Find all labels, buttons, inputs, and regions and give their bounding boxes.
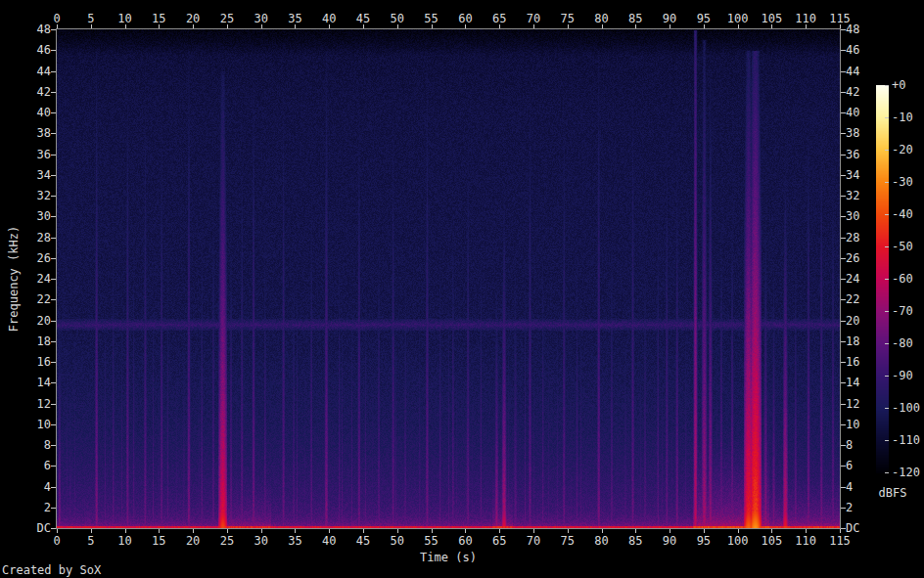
- y-tick-mark-right: [841, 196, 846, 197]
- x-tick-mark-bottom: [465, 529, 466, 533]
- x-tick-mark-top: [193, 24, 194, 28]
- y-tick-label-left: 34: [0, 168, 51, 182]
- y-tick-label-left: 30: [0, 209, 51, 223]
- x-tick-mark-bottom: [125, 529, 126, 533]
- y-tick-label-right: 40: [846, 106, 859, 119]
- y-tick-label-left: 40: [0, 106, 51, 119]
- x-tick-mark-top: [329, 24, 330, 28]
- y-tick-label-right: 48: [846, 22, 859, 36]
- y-tick-label-left: 48: [0, 22, 51, 36]
- y-tick-label-right: 16: [846, 355, 859, 369]
- x-tick-mark-bottom: [193, 529, 194, 533]
- y-tick-label-left: 16: [0, 355, 51, 369]
- spectrogram-canvas: [57, 29, 840, 528]
- y-tick-mark-right: [841, 29, 846, 30]
- y-tick-label-left: 38: [0, 126, 51, 140]
- x-tick-mark-top: [295, 24, 296, 28]
- x-tick-label-bottom: 75: [561, 534, 575, 548]
- x-tick-mark-bottom: [363, 529, 364, 533]
- x-tick-label-top: 20: [186, 12, 200, 25]
- colorbar-tick-label: -120: [892, 466, 920, 479]
- y-tick-mark-right: [841, 92, 846, 93]
- x-tick-label-bottom: 30: [254, 534, 267, 548]
- y-tick-mark-left: [51, 404, 56, 405]
- y-tick-mark-right: [841, 362, 846, 363]
- y-tick-label-right: 6: [846, 459, 853, 472]
- y-tick-mark-right: [841, 216, 846, 217]
- y-tick-label-left: 28: [0, 231, 51, 245]
- x-tick-label-bottom: 90: [663, 534, 676, 548]
- x-tick-mark-bottom: [397, 529, 398, 533]
- y-tick-mark-right: [841, 238, 846, 239]
- y-tick-label-right: 8: [846, 438, 853, 452]
- x-tick-mark-bottom: [432, 529, 433, 533]
- y-tick-label-right: DC: [846, 521, 859, 535]
- y-tick-mark-left: [51, 508, 56, 509]
- x-tick-label-top: 5: [87, 12, 94, 25]
- y-tick-label-left: 22: [0, 292, 51, 306]
- y-tick-mark-left: [51, 216, 56, 217]
- x-tick-label-bottom: 5: [87, 534, 94, 548]
- y-tick-label-left: 12: [0, 397, 51, 411]
- colorbar-canvas: [876, 85, 889, 473]
- y-tick-mark-right: [841, 341, 846, 342]
- y-tick-mark-right: [841, 404, 846, 405]
- y-tick-mark-left: [51, 196, 56, 197]
- x-tick-mark-top: [499, 24, 500, 28]
- x-tick-label-bottom: 45: [356, 534, 370, 548]
- y-tick-label-left: 20: [0, 314, 51, 328]
- x-tick-label-top: 85: [628, 12, 642, 25]
- x-tick-label-top: 60: [458, 12, 472, 25]
- y-tick-label-left: 42: [0, 85, 51, 99]
- y-tick-label-right: 38: [846, 126, 859, 140]
- x-tick-label-bottom: 110: [795, 534, 816, 548]
- y-tick-mark-right: [841, 528, 846, 529]
- x-tick-label-top: 70: [527, 12, 540, 25]
- x-tick-label-bottom: 35: [288, 534, 301, 548]
- y-tick-mark-left: [51, 466, 56, 467]
- x-tick-label-bottom: 115: [829, 534, 851, 548]
- x-tick-mark-top: [227, 24, 228, 28]
- x-tick-mark-bottom: [57, 529, 58, 533]
- y-tick-label-left: 10: [0, 418, 51, 431]
- x-tick-label-top: 40: [322, 12, 336, 25]
- y-tick-mark-left: [51, 528, 56, 529]
- y-tick-label-left: 6: [0, 459, 51, 472]
- y-tick-label-left: 2: [0, 501, 51, 514]
- x-tick-label-bottom: 85: [628, 534, 642, 548]
- x-tick-label-top: 65: [492, 12, 506, 25]
- y-tick-mark-left: [51, 29, 56, 30]
- x-tick-label-bottom: 55: [424, 534, 438, 548]
- y-tick-mark-left: [51, 341, 56, 342]
- footer-credit: Created by SoX: [2, 563, 101, 577]
- x-tick-label-top: 10: [117, 12, 131, 25]
- x-tick-mark-top: [771, 24, 772, 28]
- y-tick-mark-left: [51, 321, 56, 322]
- x-tick-label-bottom: 10: [117, 534, 131, 548]
- x-tick-mark-top: [432, 24, 433, 28]
- x-tick-mark-top: [840, 24, 841, 28]
- x-tick-label-bottom: 25: [220, 534, 234, 548]
- colorbar-tick-label: +0: [892, 78, 905, 92]
- y-tick-label-left: 18: [0, 334, 51, 348]
- x-tick-label-bottom: 20: [186, 534, 200, 548]
- x-axis-title: Time (s): [420, 551, 477, 564]
- y-tick-mark-left: [51, 112, 56, 113]
- x-tick-label-top: 100: [727, 12, 749, 25]
- y-tick-label-right: 42: [846, 85, 859, 99]
- y-tick-label-right: 4: [846, 480, 853, 494]
- y-tick-label-right: 24: [846, 272, 859, 286]
- y-tick-label-right: 26: [846, 251, 859, 265]
- x-tick-label-top: 25: [220, 12, 234, 25]
- x-tick-mark-bottom: [704, 529, 705, 533]
- x-tick-label-top: 110: [795, 12, 816, 25]
- x-tick-label-top: 55: [424, 12, 438, 25]
- x-tick-mark-top: [261, 24, 262, 28]
- x-tick-label-top: 30: [254, 12, 267, 25]
- x-tick-mark-top: [602, 24, 603, 28]
- x-tick-mark-bottom: [159, 529, 160, 533]
- y-tick-mark-left: [51, 133, 56, 134]
- colorbar-tick-label: -60: [892, 272, 913, 286]
- colorbar-tick-label: -80: [892, 336, 913, 350]
- x-tick-label-bottom: 70: [527, 534, 540, 548]
